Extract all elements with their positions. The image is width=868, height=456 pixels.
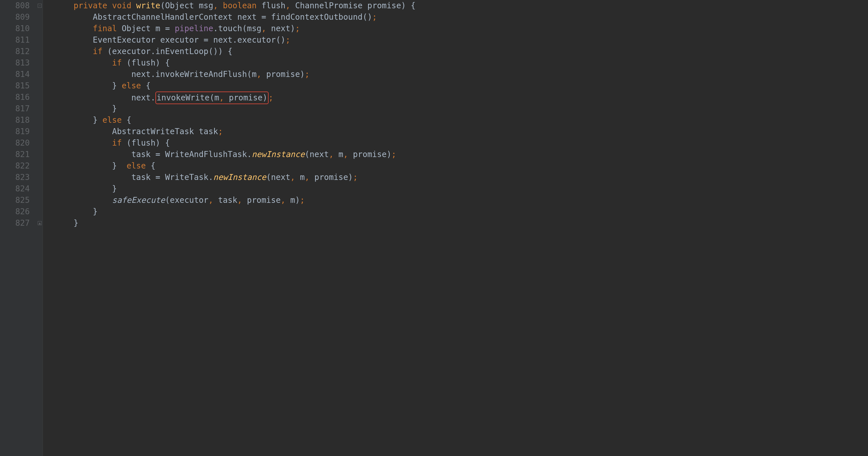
line-number: 809: [5, 11, 30, 23]
line-number: 816: [5, 91, 30, 103]
line-number: 821: [5, 149, 30, 160]
line-number: 811: [5, 34, 30, 46]
highlighted-call[interactable]: invokeWrite(m, promise): [155, 91, 269, 104]
code-line[interactable]: final Object m = pipeline.touch(msg, nex…: [54, 23, 868, 34]
line-number: 815: [5, 80, 30, 91]
line-number: 818: [5, 114, 30, 126]
fold-strip: −▲: [37, 0, 43, 456]
line-number: 823: [5, 172, 30, 183]
line-number: 817: [5, 103, 30, 114]
code-line[interactable]: } else {: [54, 114, 868, 126]
code-line[interactable]: if (flush) {: [54, 137, 868, 149]
code-line[interactable]: AbstractWriteTask task;: [54, 126, 868, 137]
code-line[interactable]: safeExecute(executor, task, promise, m);: [54, 195, 868, 206]
code-editor: 8088098108118128138148158168178188198208…: [0, 0, 868, 456]
code-line[interactable]: }: [54, 103, 868, 114]
code-line[interactable]: }: [54, 183, 868, 195]
line-number: 819: [5, 126, 30, 137]
line-number: 824: [5, 183, 30, 195]
code-line[interactable]: if (executor.inEventLoop()) {: [54, 46, 868, 57]
line-number: 825: [5, 195, 30, 206]
code-line[interactable]: EventExecutor executor = next.executor()…: [54, 34, 868, 46]
line-number: 826: [5, 206, 30, 218]
code-line[interactable]: }: [54, 206, 868, 218]
code-line[interactable]: }: [54, 218, 868, 229]
fold-marker-icon[interactable]: −: [38, 4, 42, 8]
code-line[interactable]: task = WriteAndFlushTask.newInstance(nex…: [54, 149, 868, 160]
code-line[interactable]: private void write(Object msg, boolean f…: [54, 0, 868, 11]
code-line[interactable]: task = WriteTask.newInstance(next, m, pr…: [54, 172, 868, 183]
line-number: 820: [5, 137, 30, 149]
line-number: 813: [5, 57, 30, 69]
fold-marker-icon[interactable]: ▲: [38, 221, 42, 225]
code-area[interactable]: private void write(Object msg, boolean f…: [43, 0, 868, 456]
line-number: 827: [5, 218, 30, 229]
line-number: 812: [5, 46, 30, 57]
code-line[interactable]: if (flush) {: [54, 57, 868, 69]
line-number: 810: [5, 23, 30, 34]
line-number-gutter: 8088098108118128138148158168178188198208…: [0, 0, 37, 456]
code-line[interactable]: next.invokeWriteAndFlush(m, promise);: [54, 69, 868, 80]
line-number: 814: [5, 69, 30, 80]
line-number: 822: [5, 160, 30, 172]
code-line[interactable]: } else {: [54, 160, 868, 172]
line-number: 808: [5, 0, 30, 11]
code-line[interactable]: next.invokeWrite(m, promise);: [54, 91, 868, 103]
code-line[interactable]: } else {: [54, 80, 868, 91]
code-line[interactable]: AbstractChannelHandlerContext next = fin…: [54, 11, 868, 23]
